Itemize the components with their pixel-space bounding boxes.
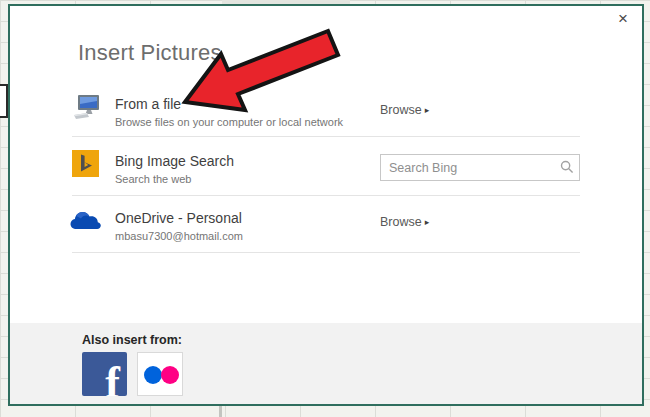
row-subtitle-from-a-file: Browse files on your computer or local n… xyxy=(115,116,343,128)
insert-pictures-dialog: × Insert Pictures From a file Browse fil… xyxy=(8,4,644,406)
computer-icon xyxy=(72,94,102,124)
browse-onedrive-button[interactable]: Browse▸ xyxy=(380,215,429,229)
onedrive-icon xyxy=(69,209,102,235)
divider xyxy=(72,195,580,196)
row-title-onedrive: OneDrive - Personal xyxy=(115,210,242,226)
search-icon[interactable] xyxy=(559,160,575,176)
search-input[interactable] xyxy=(381,155,557,180)
row-subtitle-bing: Search the web xyxy=(115,173,191,185)
flickr-blue-dot xyxy=(144,366,162,384)
browse-from-file-button[interactable]: Browse▸ xyxy=(380,103,429,117)
close-icon[interactable]: × xyxy=(612,8,634,30)
row-subtitle-onedrive: mbasu7300@hotmail.com xyxy=(115,230,243,242)
also-insert-from-section: Also insert from: f xyxy=(10,323,642,404)
bing-icon xyxy=(72,150,99,181)
flickr-pink-dot xyxy=(161,366,179,384)
excel-embedded-object xyxy=(0,84,8,118)
facebook-icon[interactable]: f xyxy=(82,352,127,396)
chevron-right-icon: ▸ xyxy=(425,105,430,115)
row-title-from-a-file: From a file xyxy=(115,96,181,112)
bing-search-box xyxy=(380,154,580,181)
divider xyxy=(72,136,580,137)
row-title-bing: Bing Image Search xyxy=(115,153,234,169)
also-insert-from-label: Also insert from: xyxy=(82,333,182,347)
flickr-icon[interactable] xyxy=(137,352,183,396)
divider xyxy=(72,252,580,253)
chevron-right-icon: ▸ xyxy=(425,217,430,227)
facebook-f-glyph: f xyxy=(105,357,120,396)
page-title: Insert Pictures xyxy=(78,40,222,66)
